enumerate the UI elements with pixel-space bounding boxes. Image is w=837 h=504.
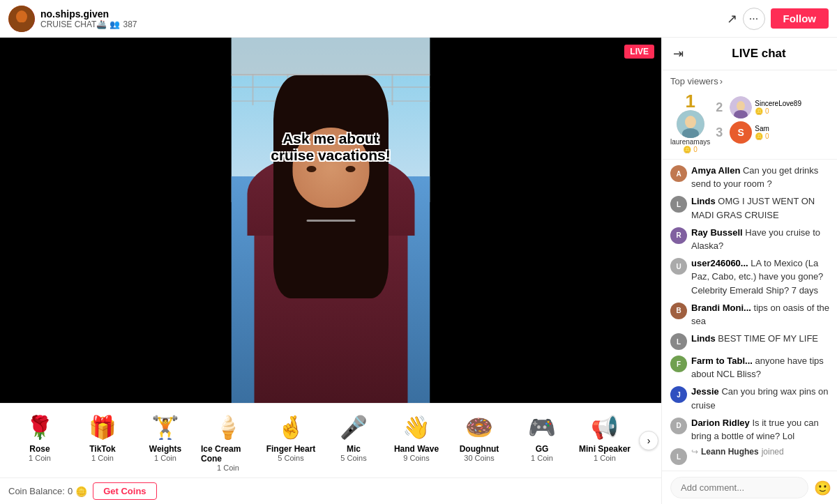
gift-emoji-0: 🌹	[26, 412, 54, 443]
gift-cost-6: 9 Coins	[403, 454, 429, 462]
top-viewers-link[interactable]: Top viewers ›	[670, 76, 831, 86]
get-coins-button[interactable]: Get Coins	[93, 482, 156, 500]
gift-item[interactable]: 🌹 Rose 1 Coin	[8, 409, 71, 475]
gift-cost-9: 1 Coin	[594, 454, 616, 462]
chat-messages: ?coupleMMedarlinem... Party cruises?AAmy…	[662, 160, 837, 471]
message-sender: Linds	[691, 196, 716, 206]
rank-1-number: 1	[685, 92, 695, 110]
message-avatar: B	[670, 303, 687, 319]
gift-item[interactable]: 🤞 Finger Heart 5 Coins	[259, 409, 322, 475]
chat-message: RRay Bussell Have you cruise to Alaska?	[670, 226, 831, 252]
message-avatar: U	[670, 258, 687, 275]
chat-back-icon[interactable]: ⇥	[673, 46, 684, 61]
share-button[interactable]: ↗	[727, 11, 737, 26]
more-options-button[interactable]: ···	[743, 8, 765, 30]
svg-point-1	[16, 10, 27, 23]
message-sender: Jessie	[691, 386, 719, 397]
gift-emoji-4: 🤞	[277, 412, 305, 443]
message-avatar: D	[670, 418, 687, 434]
stream-category: CRUISE CHAT🚢 👥 387	[40, 20, 727, 29]
gifts-next-button[interactable]: ›	[639, 431, 658, 450]
video-overlay-text: Ask me about cruise vacations!	[271, 130, 391, 164]
message-content: Farm to Tabl... anyone have tips about N…	[691, 354, 831, 381]
gift-item[interactable]: 🎮 GG 1 Coin	[511, 409, 573, 475]
message-content: Linds OMG I JUST WENT ON MADI GRAS CRUIS…	[691, 194, 831, 221]
gift-item[interactable]: 🍩 Doughnut 30 Coins	[448, 409, 511, 475]
gift-name-0: Rose	[29, 444, 50, 454]
gift-name-8: GG	[536, 444, 549, 454]
viewers-2-3: 2 SincereLove89 🪙 0 3 S	[716, 96, 801, 144]
message-sender: Amya Allen	[691, 165, 740, 176]
svg-point-4	[685, 116, 696, 128]
coins-bar: Coin Balance: 0 🪙 Get Coins	[0, 478, 661, 504]
main-content: Ask me about cruise vacations! LIVE 🌹 Ro…	[0, 38, 837, 504]
viewers-row: 1 laurenamays 🪙 0 2	[670, 92, 831, 153]
viewer-1-name: laurenamays	[670, 138, 710, 146]
streamer-info: no.ships.given CRUISE CHAT🚢 👥 387	[40, 8, 727, 29]
railing-post-1	[252, 74, 254, 105]
message-avatar: R	[670, 227, 687, 244]
chat-message: L↪ Leann Hughes joined	[670, 447, 831, 465]
viewer-2-info: SincereLove89 🪙 0	[755, 100, 801, 115]
video-gifts-section: Ask me about cruise vacations! LIVE 🌹 Ro…	[0, 38, 661, 504]
message-sender: Brandi Moni...	[691, 303, 751, 313]
message-content: user246060... LA to Mexico (La Paz, Cabo…	[691, 257, 831, 297]
chat-header: ⇥ LIVE chat	[662, 38, 837, 70]
gift-emoji-8: 🎮	[528, 412, 556, 443]
top-bar: no.ships.given CRUISE CHAT🚢 👥 387 ↗ ··· …	[0, 0, 837, 38]
message-content: Linds BEST TIME OF MY LIFE	[691, 332, 831, 345]
message-avatar: J	[670, 386, 687, 403]
chat-panel: ⇥ LIVE chat Top viewers › 1 laurenamays …	[661, 38, 837, 504]
gift-emoji-1: 🎁	[89, 412, 116, 443]
chat-message: LLinds OMG I JUST WENT ON MADI GRAS CRUI…	[670, 194, 831, 221]
gift-cost-5: 5 Coins	[340, 454, 366, 462]
railing-post-5	[392, 74, 393, 105]
message-avatar: L	[670, 448, 687, 465]
gifts-bar: 🌹 Rose 1 Coin 🎁 TikTok 1 Coin 🏋️ Weights…	[0, 403, 661, 478]
message-avatar: L	[670, 333, 687, 350]
message-content: Darion Ridley Is it true you can bring a…	[691, 416, 831, 443]
gift-cost-1: 1 Coin	[91, 454, 114, 462]
follow-button[interactable]: Follow	[771, 8, 829, 29]
top-bar-actions: ↗ ··· Follow	[727, 8, 829, 30]
svg-point-7	[737, 101, 745, 111]
rank-3-number: 3	[716, 125, 727, 140]
message-avatar: A	[670, 165, 687, 182]
gift-item[interactable]: 🍦 Ice Cream Cone 1 Coin	[197, 409, 259, 475]
message-avatar: L	[670, 196, 687, 213]
comment-input[interactable]	[670, 477, 808, 498]
message-sender: Darion Ridley	[691, 418, 750, 428]
viewer-2-avatar	[730, 96, 752, 119]
viewer-3-avatar: S	[730, 121, 752, 144]
gift-item[interactable]: 🏋️ Weights 1 Coin	[134, 409, 197, 475]
viewer-1-avatar	[677, 110, 704, 138]
person-eyes	[306, 166, 355, 173]
video-frame	[232, 38, 430, 403]
message-sender: Farm to Tabl...	[691, 356, 753, 366]
ship-ceiling	[232, 38, 430, 76]
coin-icon: 🪙	[75, 486, 87, 497]
gift-emoji-5: 🎤	[340, 412, 368, 443]
viewer-1-coins: 🪙 0	[683, 146, 697, 153]
coin-balance-label: Coin Balance: 0 🪙	[8, 486, 87, 497]
gift-cost-7: 30 Coins	[464, 454, 494, 462]
streamer-username: no.ships.given	[40, 8, 727, 20]
gifts-scroll: 🌹 Rose 1 Coin 🎁 TikTok 1 Coin 🏋️ Weights…	[3, 409, 658, 475]
gift-item[interactable]: 🎁 TikTok 1 Coin	[71, 409, 134, 475]
gift-item[interactable]: 📢 Mini Speaker 1 Coin	[573, 409, 636, 475]
gift-item[interactable]: 👋 Hand Wave 9 Coins	[385, 409, 448, 475]
gift-name-4: Finger Heart	[266, 444, 316, 454]
message-content: Amya Allen Can you get drinks send to yo…	[691, 164, 831, 190]
gift-cost-2: 1 Coin	[154, 454, 176, 462]
emoji-button[interactable]: 🙂	[814, 480, 831, 496]
gift-cost-0: 1 Coin	[29, 454, 51, 462]
chat-message: Uuser246060... LA to Mexico (La Paz, Cab…	[670, 257, 831, 297]
gift-name-1: TikTok	[89, 444, 116, 454]
message-sender: user246060...	[691, 258, 748, 268]
chat-message: DDarion Ridley Is it true you can bring …	[670, 416, 831, 443]
gift-item[interactable]: 🎤 Mic 5 Coins	[322, 409, 385, 475]
video-section: Ask me about cruise vacations! LIVE	[0, 38, 661, 403]
message-content: Brandi Moni... tips on oasis of the sea	[691, 301, 831, 328]
chat-input-area: 🙂	[662, 471, 837, 504]
message-text: BEST TIME OF MY LIFE	[716, 333, 818, 344]
